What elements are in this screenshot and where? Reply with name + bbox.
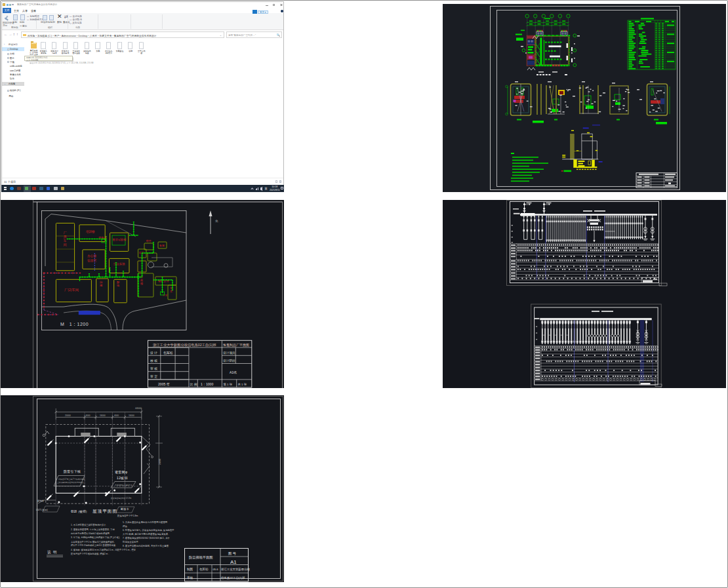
svg-text:焊长不小于8 倍钢筋锻粗上端与1 层避雷带连接。: 焊长不小于8 倍钢筋锻粗上端与1 层避雷带连接。 xyxy=(71,543,117,547)
svg-text:校 核: 校 核 xyxy=(150,359,157,363)
svg-text:包军松: 包军松 xyxy=(199,568,209,571)
svg-text:审核: 审核 xyxy=(187,576,193,579)
svg-text:焊接。: 焊接。 xyxy=(123,524,129,528)
svg-text:不锈征预铁社骨棒不凡: 不锈征预铁社骨棒不凡 xyxy=(115,484,132,486)
svg-text:共 1 张: 共 1 张 xyxy=(238,383,247,386)
svg-text:1：1000: 1：1000 xyxy=(201,382,213,386)
svg-text:接地线: 接地线 xyxy=(37,500,44,502)
svg-text:审 定: 审 定 xyxy=(150,374,157,379)
svg-text:办公楼: 办公楼 xyxy=(87,254,97,258)
svg-text:设计阶段: 设计阶段 xyxy=(222,359,235,363)
svg-text:待建: 待建 xyxy=(99,281,103,287)
svg-text:05.6: 05.6 xyxy=(213,568,219,571)
svg-text:4000: 4000 xyxy=(114,414,119,417)
svg-text:培训楼: 培训楼 xyxy=(86,229,96,234)
svg-text:防腐蚀全层处理。: 防腐蚀全层处理。 xyxy=(123,540,140,543)
svg-text:氟氯制品厂平面图: 氟氯制品厂平面图 xyxy=(223,343,249,347)
svg-text:厂房车间: 厂房车间 xyxy=(64,231,67,247)
svg-text:上所须四等角的全部按所壁可斜接: 上所须四等角的全部按所壁可斜接 xyxy=(57,481,84,484)
svg-text:并采用直径不小于2 m 圆钢与三级联接焊接牢,: 并采用直径不小于2 m 圆钢与三级联接焊接牢, xyxy=(71,540,115,543)
svg-text:宿舍区: 宿舍区 xyxy=(87,258,97,263)
svg-text:5. 凡高出屋面的金属构件均与防雷网与避雷网: 5. 凡高出屋面的金属构件均与防雷网与避雷网 xyxy=(123,520,167,524)
svg-text:距地坪线不小于3 根钢筋锻接, 焊接2 m 。: 距地坪线不小于3 根钢筋锻接, 焊接2 m 。 xyxy=(71,552,110,555)
svg-text:大于1 欧姆, 施工时可预先测避雷接地装置效果。: 大于1 欧姆, 施工时可预先测避雷接地装置效果。 xyxy=(123,532,171,536)
svg-text:食堂: 食堂 xyxy=(159,244,165,247)
svg-text:8. 屋顶平面图由此结构钢筋, 有关尺寸见土建图: 8. 屋顶平面图由此结构钢筋, 有关尺寸见土建图 xyxy=(123,544,169,547)
svg-text:浙江工业大学新图分校: 浙江工业大学新图分校 xyxy=(221,568,251,571)
svg-text:教学试验楼: 教学试验楼 xyxy=(113,238,127,242)
svg-text:宿舍: 宿舍 xyxy=(146,239,152,243)
svg-text:7. 避雷线连接按照05D562 和05D563 施工, 并: 7. 避雷线连接按照05D562 和05D563 施工, 并作 xyxy=(123,536,171,539)
svg-text:综合实验: 综合实验 xyxy=(113,262,125,265)
svg-text:A1: A1 xyxy=(230,559,237,565)
svg-text:距接地面不小于1.8m: 距接地面不小于1.8m xyxy=(117,514,138,517)
svg-text:4. 接地体: 接地体采用50 m m 2 镀锌钢2.5 m: 4. 接地体: 接地体采用50 m m 2 镀锌钢2.5 m , 间距不小于5 … xyxy=(71,548,136,551)
svg-text:A1纸: A1纸 xyxy=(230,370,237,374)
svg-text:16000: 16000 xyxy=(129,414,134,417)
svg-text:距接地面连接平面可1.8m: 距接地面连接平面可1.8m xyxy=(111,497,132,500)
svg-text:44000: 44000 xyxy=(135,407,142,410)
svg-text:L50*5 (镀锌): L50*5 (镀锌) xyxy=(36,509,48,511)
svg-text:变电所: 变电所 xyxy=(98,236,108,239)
svg-text:16000: 16000 xyxy=(100,414,106,417)
svg-text:图 号: 图 号 xyxy=(228,551,236,555)
svg-text:M 1：1200: M 1：1200 xyxy=(60,322,89,326)
svg-text:用铁红0.2"死上盖,2"下铁梯的焊过: 用铁红0.2"死上盖,2"下铁梯的焊过 xyxy=(58,478,85,480)
svg-text:浙江工业大学新图分校信电系02工自(1)班: 浙江工业大学新图分校信电系02工自(1)班 xyxy=(153,343,216,347)
svg-text:1. 本工程防雷按三级防雷物保护设计。: 1. 本工程防雷按三级防雷物保护设计。 xyxy=(71,523,108,526)
svg-text:说 明: 说 明 xyxy=(47,550,57,555)
svg-text:屋顶平面图: 屋顶平面图 xyxy=(92,509,117,514)
svg-text:Φ18（镀锌）: Φ18（镀锌） xyxy=(71,509,89,513)
svg-text:24000: 24000 xyxy=(159,458,161,465)
svg-text:6. 防雷接地与电气, 设备接地共用接地体, 接地电阻不: 6. 防雷接地与电气, 设备接地共用接地体, 接地电阻不 xyxy=(123,528,174,532)
svg-text:防雷接地平面图: 防雷接地平面图 xyxy=(189,555,212,560)
svg-text:设 计: 设 计 xyxy=(150,351,157,355)
svg-text:3. 引下线, 利用柱内两根主筋焊接引下线 (不少2 根),: 3. 引下线, 利用柱内两根主筋焊接引下线 (不少2 根), xyxy=(71,536,120,539)
svg-text:4000: 4000 xyxy=(86,414,91,417)
svg-text:避雷网φ: 避雷网φ xyxy=(115,470,128,475)
svg-text:第 1 张: 第 1 张 xyxy=(224,383,233,386)
svg-text:包军松: 包军松 xyxy=(163,351,173,355)
svg-text:审 核: 审 核 xyxy=(150,366,157,370)
svg-text:2. 屋面采用避雷网, 十大轴上采用避雷带, 下端: 2. 屋面采用避雷网, 十大轴上采用避雷带, 下端 xyxy=(71,528,115,531)
svg-text:断接卡: 断接卡 xyxy=(121,507,129,511)
svg-text:配电: 配电 xyxy=(117,281,120,287)
svg-text:北: 北 xyxy=(215,220,218,223)
svg-text:设计项目: 设计项目 xyxy=(222,351,235,355)
svg-text:水泵: 水泵 xyxy=(162,294,168,297)
svg-text:防雷引下线: 防雷引下线 xyxy=(64,469,81,474)
svg-text:比 例: 比 例 xyxy=(190,382,197,387)
svg-text:20000: 20000 xyxy=(65,414,71,417)
svg-text:信电系02工自(1)班: 信电系02工自(1)班 xyxy=(220,576,245,580)
svg-text:制图: 制图 xyxy=(187,568,193,572)
svg-text:厂(2)车间: 厂(2)车间 xyxy=(64,288,79,292)
svg-text:2005 年: 2005 年 xyxy=(158,382,170,386)
svg-text:由此端子由预埋件与钢筋2 根钢筋焊接网。: 由此端子由预埋件与钢筋2 根钢筋焊接网。 xyxy=(71,532,111,535)
svg-text:12镀锌: 12镀锌 xyxy=(117,476,128,480)
